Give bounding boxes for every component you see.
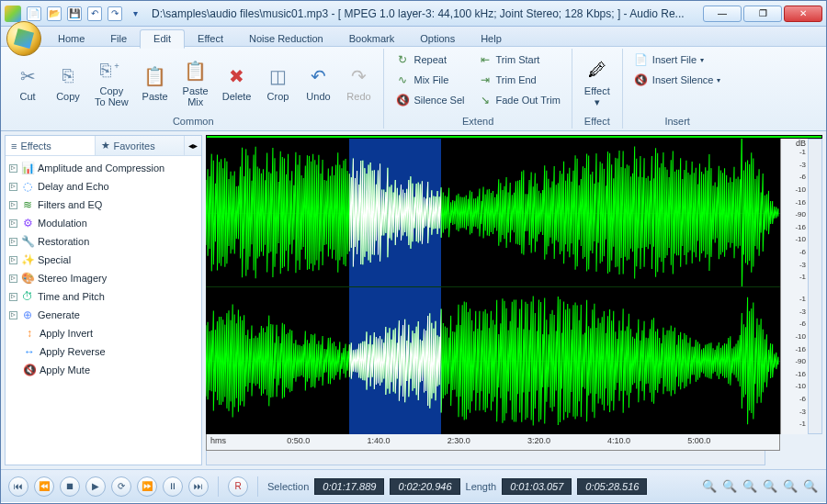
insert-silence-icon: 🔇: [634, 73, 649, 87]
copy-button[interactable]: ⎘Copy: [49, 50, 87, 115]
qat-more[interactable]: ▾: [128, 6, 142, 21]
sidebar-collapse[interactable]: ◂▸: [185, 136, 201, 155]
effects-tree[interactable]: ▷📊Amplitude and Compression▷◌Delay and E…: [6, 156, 201, 465]
expand-icon[interactable]: ▷: [9, 256, 17, 264]
close-button[interactable]: ✕: [784, 6, 822, 22]
silence-sel-icon: 🔇: [395, 93, 410, 107]
tree-item-icon: ⚙: [20, 216, 35, 230]
vertical-scrollbar[interactable]: [808, 139, 822, 434]
expand-icon[interactable]: ▷: [9, 293, 17, 301]
tab-help[interactable]: Help: [468, 30, 515, 48]
zoom-sel-icon[interactable]: 🔍: [742, 478, 758, 495]
delete-button[interactable]: ✖Delete: [217, 50, 257, 115]
insert-file-button[interactable]: 📄Insert File ▾: [629, 50, 727, 69]
tree-item-generate[interactable]: ▷⊕Generate: [7, 306, 199, 324]
qat-undo[interactable]: ↶: [87, 6, 102, 21]
zoom-inv-icon[interactable]: 🔍: [782, 478, 799, 495]
qat-redo[interactable]: ↷: [108, 6, 122, 21]
tree-item-label: Apply Mute: [40, 364, 90, 375]
zoom-all-icon[interactable]: 🔍: [762, 478, 778, 495]
waveform-display[interactable]: [206, 139, 780, 434]
tree-item-label: Time and Pitch: [38, 291, 105, 302]
expand-icon[interactable]: ▷: [9, 183, 17, 191]
tree-item-label: Restoration: [38, 236, 89, 247]
ribbon: ✂Cut⎘Copy⎘⁺CopyTo New📋Paste📋PasteMix✖Del…: [1, 47, 826, 131]
transport-pause[interactable]: ⏸: [163, 476, 183, 497]
tab-options[interactable]: Options: [407, 30, 468, 48]
expand-icon[interactable]: ▷: [9, 164, 17, 173]
length-total[interactable]: 0:05:28.516: [577, 478, 647, 495]
tree-item-time-and-pitch[interactable]: ▷⏱Time and Pitch: [7, 287, 199, 306]
expand-icon[interactable]: ▷: [9, 238, 17, 246]
effect-button[interactable]: 🖉 Effect▾: [578, 50, 617, 115]
zoom-out-icon[interactable]: 🔍: [721, 478, 738, 495]
trim-start-button[interactable]: ⇤Trim Start: [472, 50, 566, 69]
minimize-button[interactable]: —: [703, 6, 742, 22]
fade-out-trim-button[interactable]: ↘Fade Out Trim: [472, 91, 566, 109]
tree-item-filters-and-eq[interactable]: ▷≋Filters and EQ: [7, 196, 199, 214]
tree-item-stereo-imagery[interactable]: ▷🎨Stereo Imagery: [7, 269, 199, 287]
paste-mix-button[interactable]: 📋PasteMix: [176, 50, 215, 115]
trim-end-button[interactable]: ⇥Trim End: [472, 71, 566, 89]
transport-play[interactable]: ▶: [85, 476, 106, 497]
length-label: Length: [466, 481, 497, 492]
zoom-outv-icon[interactable]: 🔍: [802, 478, 819, 495]
tree-item-icon: 🎨: [20, 271, 35, 286]
tree-item-modulation[interactable]: ▷⚙Modulation: [7, 214, 199, 232]
tab-home[interactable]: Home: [45, 30, 97, 48]
horizontal-scrollbar[interactable]: [206, 451, 765, 465]
qat-new[interactable]: 📄: [27, 6, 41, 21]
tree-item-apply-mute[interactable]: 🔇Apply Mute: [7, 361, 199, 379]
tree-item-amplitude-and-compression[interactable]: ▷📊Amplitude and Compression: [7, 159, 199, 177]
repeat-button[interactable]: ↻Repeat: [390, 50, 470, 69]
tree-item-delay-and-echo[interactable]: ▷◌Delay and Echo: [7, 177, 199, 196]
expand-icon[interactable]: ▷: [9, 311, 17, 319]
tree-item-label: Delay and Echo: [38, 181, 109, 192]
length-selection[interactable]: 0:01:03.057: [502, 478, 572, 495]
tree-item-label: Special: [38, 254, 71, 265]
copy-to-new-button[interactable]: ⎘⁺CopyTo New: [89, 50, 134, 115]
app-orb[interactable]: [6, 21, 41, 56]
undo-button[interactable]: ↶Undo: [299, 50, 337, 115]
transport-start[interactable]: ⏮: [8, 476, 28, 497]
mix-file-button[interactable]: ∿Mix File: [390, 71, 470, 89]
qat-open[interactable]: 📂: [47, 6, 62, 21]
tab-edit[interactable]: Edit: [140, 29, 185, 49]
cut-button[interactable]: ✂Cut: [8, 50, 47, 115]
tree-item-apply-reverse[interactable]: ↔Apply Reverse: [7, 342, 199, 361]
insert-silence-button[interactable]: 🔇Insert Silence ▾: [629, 71, 727, 89]
selection-start[interactable]: 0:01:17.889: [314, 478, 384, 495]
selection-end[interactable]: 0:02:20.946: [390, 478, 459, 495]
silence-sel-button[interactable]: 🔇Silence Sel: [390, 91, 470, 109]
zoom-in-icon[interactable]: 🔍: [701, 478, 718, 495]
tree-item-apply-invert[interactable]: ↕Apply Invert: [7, 324, 199, 342]
tree-item-restoration[interactable]: ▷🔧Restoration: [7, 232, 199, 251]
crop-button[interactable]: ◫Crop: [258, 50, 297, 115]
paste-button[interactable]: 📋Paste: [136, 50, 175, 115]
transport-play-loop[interactable]: ⟳: [111, 476, 131, 497]
tab-file[interactable]: File: [97, 30, 140, 48]
expand-icon[interactable]: ▷: [9, 201, 17, 209]
tab-effect[interactable]: Effect: [185, 30, 236, 48]
expand-icon[interactable]: ▷: [9, 219, 17, 228]
redo-icon: ↷: [346, 63, 371, 89]
transport-stop[interactable]: ⏹: [60, 476, 80, 497]
qat-save[interactable]: 💾: [67, 6, 82, 21]
maximize-button[interactable]: ❐: [743, 6, 782, 22]
sidebar-tab-effects[interactable]: ≡Effects: [6, 136, 96, 155]
redo-button[interactable]: ↷Redo: [339, 50, 378, 115]
transport-end[interactable]: ⏭: [188, 476, 209, 497]
expand-icon[interactable]: ▷: [9, 274, 17, 283]
tab-bookmark[interactable]: Bookmark: [336, 30, 408, 48]
crop-icon: ◫: [265, 63, 290, 89]
transport-rewind[interactable]: ⏪: [34, 476, 54, 497]
record-button[interactable]: R: [228, 476, 248, 497]
time-scale[interactable]: hms 0:50.01:40.02:30.03:20.04:10.05:00.0: [206, 434, 780, 451]
tab-noise-reduction[interactable]: Noise Reduction: [236, 30, 336, 48]
app-icon: [5, 6, 21, 22]
tree-item-icon: 🔧: [20, 234, 35, 249]
trim-end-icon: ⇥: [478, 73, 493, 87]
transport-forward[interactable]: ⏩: [137, 476, 157, 497]
tree-item-special[interactable]: ▷✨Special: [7, 251, 199, 269]
sidebar-tab-favorites[interactable]: ★Favorites: [96, 136, 186, 155]
